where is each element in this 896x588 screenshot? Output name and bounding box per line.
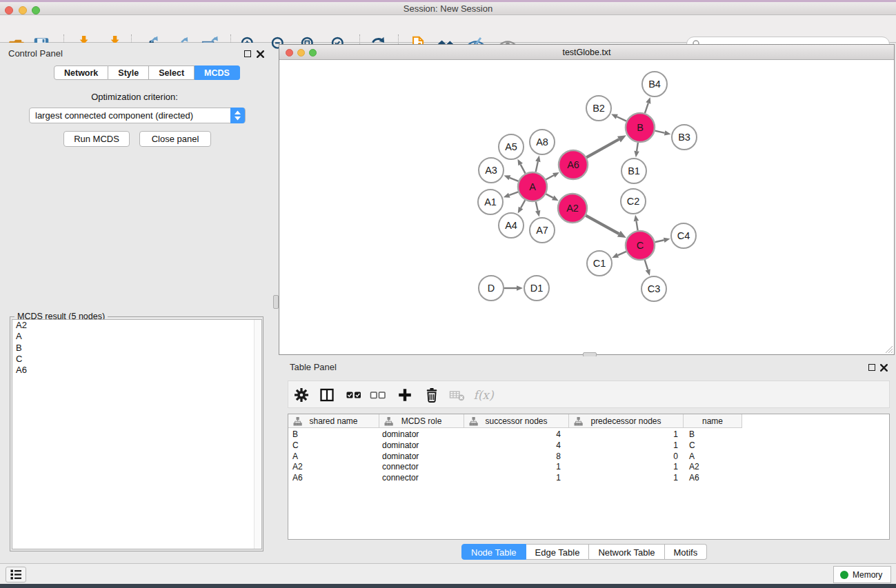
table-cell[interactable]: B [288,429,379,440]
network-canvas[interactable]: B4B2BB3A8A5A6A3B1AA1C2A2A4A7C4CC1DD1C3 [279,60,894,354]
graph-edge-arrowhead [634,151,639,157]
table-cell[interactable]: 1 [569,462,684,473]
graph-edge[interactable] [617,116,626,121]
table-cell[interactable]: 4 [464,440,569,452]
mcds-result-item[interactable]: C [12,354,261,365]
column-header-mcds-role[interactable]: MCDS role [379,414,464,428]
tab-network-table[interactable]: Network Table [589,544,664,560]
table-cell[interactable]: B [684,429,742,440]
table-cell[interactable]: 1 [569,440,684,452]
table-cell[interactable]: dominator [379,440,464,452]
table-cell[interactable]: connector [379,473,464,484]
table-cell[interactable]: C [684,440,742,452]
run-mcds-button[interactable]: Run MCDS [63,131,130,147]
create-column-button[interactable] [395,385,415,405]
table-row[interactable]: Adominator80A [288,452,889,463]
table-panel: Table Panel [269,356,896,563]
select-all-columns-button[interactable] [344,385,364,405]
graph-edge[interactable] [645,103,648,114]
tab-motifs[interactable]: Motifs [665,544,708,560]
vertical-splitter-handle[interactable] [273,295,279,309]
dropdown-stepper-icon[interactable] [230,108,245,123]
tab-edge-table[interactable]: Edge Table [526,544,590,560]
mcds-result-item[interactable]: A [12,331,261,342]
table-cell[interactable]: 1 [464,473,569,484]
column-header-shared-name[interactable]: shared name [288,414,379,428]
graph-edge[interactable] [586,216,619,234]
table-cell[interactable]: A2 [288,462,379,473]
tab-select[interactable]: Select [149,65,195,80]
table-row[interactable]: Bdominator41B [288,429,889,440]
float-table-panel-icon[interactable] [868,364,875,371]
table-cell[interactable]: 8 [464,452,569,463]
table-cell[interactable]: 1 [569,429,684,440]
task-history-button[interactable] [6,567,26,582]
graph-edge[interactable] [509,192,518,195]
deselect-all-columns-button[interactable] [368,385,388,405]
table-row[interactable]: Cdominator41C [288,440,889,452]
graph-edge[interactable] [586,139,619,157]
graph-edge[interactable] [655,131,664,133]
table-cell[interactable]: A [684,452,742,463]
graph-node-label: D [488,283,495,294]
network-window-titlebar[interactable]: testGlobe.txt [279,45,894,60]
graph-edge[interactable] [618,252,626,255]
tab-style[interactable]: Style [108,65,149,80]
resize-grip-icon[interactable] [884,345,893,354]
graph-node-label: A4 [505,220,517,231]
graph-edge[interactable] [546,194,552,198]
split-view-button[interactable] [317,385,337,405]
mcds-result-list: A2ABCA6 [12,319,262,549]
mcds-list-scrollbar[interactable] [254,320,261,549]
table-cell[interactable]: A6 [684,473,742,484]
graph-edge[interactable] [655,240,664,242]
graph-edge[interactable] [521,200,525,207]
table-cell[interactable]: dominator [379,429,464,440]
table-cell[interactable]: A6 [288,473,379,484]
table-cell[interactable]: 1 [464,462,569,473]
graph-edge[interactable] [536,201,538,210]
table-tabs: Node Table Edge Table Network Table Moti… [461,544,707,560]
graph-edge[interactable] [637,143,638,152]
close-panel-button[interactable]: Close panel [139,131,211,147]
graph-edge[interactable] [510,178,519,181]
table-cell[interactable]: C [288,440,379,452]
control-panel-title: Control Panel [8,48,63,59]
table-row[interactable]: A6connector11A6 [288,473,889,484]
float-panel-icon[interactable] [244,50,251,57]
close-table-panel-icon[interactable] [879,363,888,372]
delete-column-button[interactable] [421,385,442,405]
graph-node-label: C3 [648,283,661,294]
table-cell[interactable]: 4 [464,429,569,440]
tab-mcds[interactable]: MCDS [195,65,240,80]
graph-edge[interactable] [521,165,526,174]
close-panel-icon[interactable] [256,50,265,59]
graph-edge[interactable] [536,161,538,172]
graph-node-label: A7 [536,225,548,236]
memory-status-icon [840,571,848,579]
mcds-result-item[interactable]: A2 [12,320,261,331]
graph-edge-arrowhead [634,215,639,221]
graph-edge[interactable] [636,221,637,231]
criterion-dropdown[interactable]: largest connected component (directed) [29,108,246,123]
column-header-predecessor-nodes[interactable]: predecessor nodes [569,414,684,428]
tab-network[interactable]: Network [54,65,108,80]
table-cell[interactable]: A [288,452,379,463]
table-cell[interactable]: 0 [569,452,684,463]
graph-edge[interactable] [645,260,648,270]
table-cell[interactable]: A2 [684,462,742,473]
memory-button[interactable]: Memory [833,566,891,583]
column-header-successor-nodes[interactable]: successor nodes [464,414,569,428]
graph-edge-arrowhead [535,210,540,217]
table-cell[interactable]: dominator [379,452,464,463]
table-settings-button[interactable] [291,385,312,405]
table-row[interactable]: A2connector11A2 [288,462,889,473]
table-cell[interactable]: connector [379,462,464,473]
mcds-result-item[interactable]: B [12,343,261,354]
graph-edge[interactable] [546,175,554,179]
column-header-name[interactable]: name [684,414,742,428]
tab-node-table[interactable]: Node Table [461,544,526,560]
table-cell[interactable]: 1 [569,473,684,484]
network-view-window: testGlobe.txt B4B2BB3A8A5A6A3B1AA1C2A2A4… [279,44,895,355]
mcds-result-item[interactable]: A6 [12,365,261,376]
